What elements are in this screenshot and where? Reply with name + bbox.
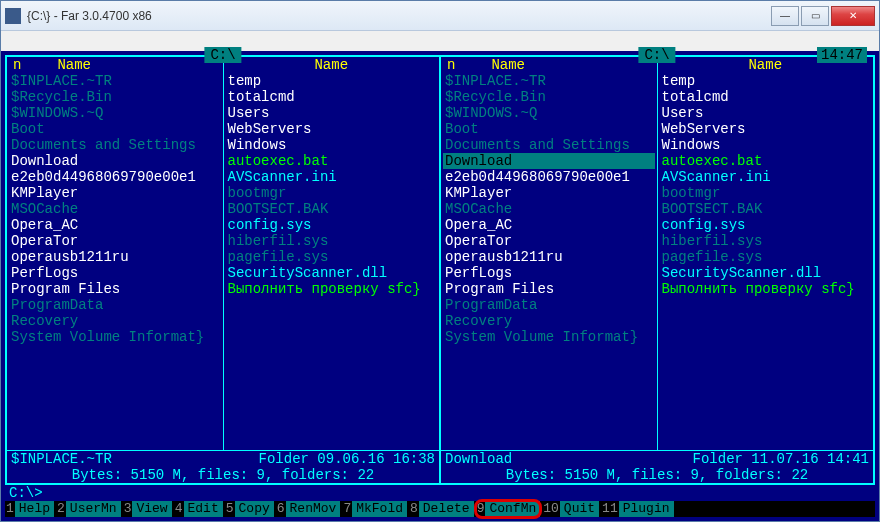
file-row[interactable]: totalcmd xyxy=(226,89,438,105)
left-columns: n Name $INPLACE.~TR$Recycle.Bin$WINDOWS.… xyxy=(7,57,439,450)
keybar-item-view[interactable]: 3View xyxy=(123,501,172,517)
file-row[interactable]: BOOTSECT.BAK xyxy=(226,201,438,217)
window-buttons: — ▭ ✕ xyxy=(771,6,875,26)
file-row[interactable]: config.sys xyxy=(660,217,872,233)
file-row[interactable]: System Volume Informat} xyxy=(443,329,655,345)
file-row[interactable]: $WINDOWS.~Q xyxy=(9,105,221,121)
menubar[interactable] xyxy=(1,31,879,51)
file-row[interactable]: OperaTor xyxy=(9,233,221,249)
left-footer: $INPLACE.~TR Folder 09.06.16 16:38 xyxy=(7,450,439,467)
right-panel-path[interactable]: C:\ xyxy=(638,47,675,63)
file-row[interactable]: PerfLogs xyxy=(443,265,655,281)
file-row[interactable]: autoexec.bat xyxy=(660,153,872,169)
left-col1: n Name $INPLACE.~TR$Recycle.Bin$WINDOWS.… xyxy=(7,57,223,450)
file-row[interactable]: Recovery xyxy=(9,313,221,329)
file-row[interactable]: WebServers xyxy=(226,121,438,137)
file-row[interactable]: Выполнить проверку sfc} xyxy=(660,281,872,297)
file-row[interactable]: temp xyxy=(660,73,872,89)
file-row[interactable]: AVScanner.ini xyxy=(660,169,872,185)
keybar-label: Quit xyxy=(560,501,599,517)
file-row[interactable]: e2eb0d44968069790e00e1 xyxy=(9,169,221,185)
keybar-item-help[interactable]: 1Help xyxy=(5,501,54,517)
file-row[interactable]: temp xyxy=(226,73,438,89)
panels: C:\ n Name $INPLACE.~TR$Recycle.Bin$WIND… xyxy=(5,55,875,485)
file-row[interactable]: SecurityScanner.dll xyxy=(660,265,872,281)
minimize-button[interactable]: — xyxy=(771,6,799,26)
keybar-item-edit[interactable]: 4Edit xyxy=(174,501,223,517)
keybar-item-plugin[interactable]: 11Plugin xyxy=(601,501,673,517)
file-row[interactable]: ProgramData xyxy=(9,297,221,313)
keybar-item-quit[interactable]: 10Quit xyxy=(542,501,599,517)
file-row[interactable]: $Recycle.Bin xyxy=(9,89,221,105)
file-row[interactable]: operausb1211ru xyxy=(9,249,221,265)
right-panel[interactable]: C:\ 14:47 n Name $INPLACE.~TR$Recycle.Bi… xyxy=(441,55,875,485)
file-row[interactable]: SecurityScanner.dll xyxy=(226,265,438,281)
keybar-item-usermn[interactable]: 2UserMn xyxy=(56,501,121,517)
keybar-item-mkfold[interactable]: 7MkFold xyxy=(342,501,407,517)
keybar-item-renmov[interactable]: 6RenMov xyxy=(276,501,341,517)
keybar-item-confmn[interactable]: 9ConfMn xyxy=(476,501,541,517)
file-row[interactable]: pagefile.sys xyxy=(660,249,872,265)
far-manager: C:\ n Name $INPLACE.~TR$Recycle.Bin$WIND… xyxy=(1,51,879,521)
file-row[interactable]: Users xyxy=(660,105,872,121)
window-title: {C:\} - Far 3.0.4700 x86 xyxy=(27,9,771,23)
file-row[interactable]: pagefile.sys xyxy=(226,249,438,265)
file-row[interactable]: bootmgr xyxy=(660,185,872,201)
file-row[interactable]: KMPlayer xyxy=(9,185,221,201)
file-row[interactable]: BOOTSECT.BAK xyxy=(660,201,872,217)
file-row[interactable]: Download xyxy=(443,153,655,169)
file-row[interactable]: Documents and Settings xyxy=(443,137,655,153)
file-row[interactable]: Users xyxy=(226,105,438,121)
file-row[interactable]: hiberfil.sys xyxy=(226,233,438,249)
file-row[interactable]: KMPlayer xyxy=(443,185,655,201)
file-row[interactable]: MSOCache xyxy=(9,201,221,217)
file-row[interactable]: $INPLACE.~TR xyxy=(443,73,655,89)
file-row[interactable]: Program Files xyxy=(9,281,221,297)
file-row[interactable]: config.sys xyxy=(226,217,438,233)
file-row[interactable]: Boot xyxy=(443,121,655,137)
keybar: 1Help2UserMn3View4Edit5Copy6RenMov7MkFol… xyxy=(5,501,875,517)
file-row[interactable]: autoexec.bat xyxy=(226,153,438,169)
file-row[interactable]: Opera_AC xyxy=(443,217,655,233)
left-col2: Name temptotalcmdUsersWebServersWindowsa… xyxy=(223,57,440,450)
keybar-num: 10 xyxy=(542,501,560,517)
file-row[interactable]: Program Files xyxy=(443,281,655,297)
left-panel-path[interactable]: C:\ xyxy=(204,47,241,63)
titlebar[interactable]: {C:\} - Far 3.0.4700 x86 — ▭ ✕ xyxy=(1,1,879,31)
file-row[interactable]: $INPLACE.~TR xyxy=(9,73,221,89)
left-col1-header: n Name xyxy=(9,57,221,73)
file-row[interactable]: operausb1211ru xyxy=(443,249,655,265)
keybar-item-copy[interactable]: 5Copy xyxy=(225,501,274,517)
file-row[interactable]: bootmgr xyxy=(226,185,438,201)
keybar-label: Edit xyxy=(184,501,223,517)
file-row[interactable]: OperaTor xyxy=(443,233,655,249)
file-row[interactable]: Documents and Settings xyxy=(9,137,221,153)
file-row[interactable]: PerfLogs xyxy=(9,265,221,281)
file-row[interactable]: WebServers xyxy=(660,121,872,137)
file-row[interactable]: totalcmd xyxy=(660,89,872,105)
file-row[interactable]: hiberfil.sys xyxy=(660,233,872,249)
keybar-label: Plugin xyxy=(619,501,674,517)
keybar-label: ConfMn xyxy=(485,501,540,517)
keybar-num: 4 xyxy=(174,501,184,517)
file-row[interactable]: Opera_AC xyxy=(9,217,221,233)
file-row[interactable]: Windows xyxy=(226,137,438,153)
file-row[interactable]: $WINDOWS.~Q xyxy=(443,105,655,121)
file-row[interactable]: Windows xyxy=(660,137,872,153)
maximize-button[interactable]: ▭ xyxy=(801,6,829,26)
file-row[interactable]: Recovery xyxy=(443,313,655,329)
file-row[interactable]: AVScanner.ini xyxy=(226,169,438,185)
file-row[interactable]: e2eb0d44968069790e00e1 xyxy=(443,169,655,185)
command-line[interactable]: C:\> xyxy=(5,485,875,501)
file-row[interactable]: MSOCache xyxy=(443,201,655,217)
file-row[interactable]: $Recycle.Bin xyxy=(443,89,655,105)
left-panel[interactable]: C:\ n Name $INPLACE.~TR$Recycle.Bin$WIND… xyxy=(5,55,441,485)
file-row[interactable]: Boot xyxy=(9,121,221,137)
file-row[interactable]: Выполнить проверку sfc} xyxy=(226,281,438,297)
file-row[interactable]: System Volume Informat} xyxy=(9,329,221,345)
file-row[interactable]: ProgramData xyxy=(443,297,655,313)
close-button[interactable]: ✕ xyxy=(831,6,875,26)
file-row[interactable]: Download xyxy=(9,153,221,169)
keybar-item-delete[interactable]: 8Delete xyxy=(409,501,474,517)
left-col2-header: Name xyxy=(226,57,438,73)
